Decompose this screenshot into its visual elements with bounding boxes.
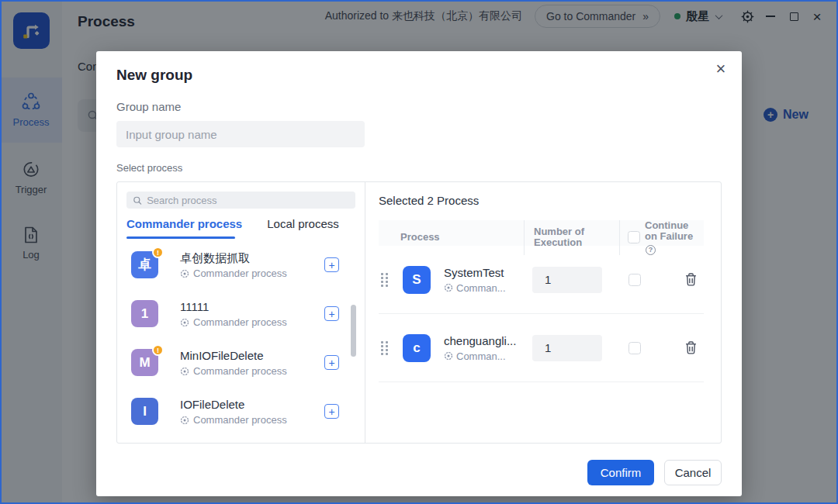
group-name-label: Group name: [116, 100, 722, 113]
process-info: SystemTest Comman...: [444, 266, 506, 294]
execution-count-input[interactable]: [532, 335, 602, 361]
delete-row-button[interactable]: [685, 273, 697, 286]
search-icon: [133, 195, 142, 205]
process-type-label: Commander process: [193, 365, 287, 377]
process-picker: Commander process Local process 卓 ! 卓创数据…: [116, 181, 722, 444]
process-name: chenguangli...: [444, 334, 516, 347]
table-header-row: Process Number of Execution Continue on …: [379, 220, 704, 246]
process-search-box[interactable]: [126, 192, 355, 209]
continue-on-failure-checkbox[interactable]: [628, 274, 641, 286]
commander-seal-icon: [444, 283, 453, 292]
add-process-button[interactable]: +: [324, 306, 339, 321]
process-name: 卓创数据抓取: [180, 250, 287, 265]
process-list-item: 卓 ! 卓创数据抓取 Commander process: [126, 240, 355, 289]
process-name: 11111: [180, 299, 287, 314]
process-info: 11111 Commander process: [180, 299, 287, 328]
table-row: S SystemTest Comman...: [379, 246, 704, 314]
process-avatar: 1: [131, 300, 158, 327]
commander-seal-icon: [180, 269, 189, 278]
help-icon[interactable]: ?: [646, 245, 656, 255]
tab-commander-process[interactable]: Commander process: [126, 217, 242, 230]
process-info: 卓创数据抓取 Commander process: [180, 250, 287, 279]
process-type-label: Commander process: [193, 414, 287, 426]
tab-local-process[interactable]: Local process: [267, 217, 339, 230]
process-list: 卓 ! 卓创数据抓取 Commander process: [126, 240, 355, 436]
selected-process-table: Process Number of Execution Continue on …: [379, 220, 704, 382]
process-list-item: I IOFileDelete Commander process: [126, 387, 355, 436]
process-avatar: M !: [131, 349, 158, 376]
process-info: IOFileDelete Commander process: [180, 397, 287, 426]
column-header-continue: Continue on Failure?: [619, 220, 704, 255]
process-info: MinIOFileDelete Commander process: [180, 348, 287, 377]
process-avatar: 卓 !: [131, 251, 158, 278]
continue-on-failure-label: Continue on Failure?: [645, 220, 701, 255]
process-list-item: M ! MinIOFileDelete Commander process: [126, 338, 355, 387]
modal-title: New group: [116, 67, 722, 84]
select-process-label: Select process: [116, 162, 722, 174]
process-name: MinIOFileDelete: [180, 348, 287, 363]
column-header-process: Process: [379, 220, 524, 255]
drag-handle-icon[interactable]: [381, 341, 388, 355]
process-avatar-initial: M: [139, 355, 150, 371]
scrollbar-thumb[interactable]: [351, 305, 356, 357]
active-tab-underline: [126, 236, 235, 239]
commander-seal-icon: [180, 416, 189, 425]
process-tabs: Commander process Local process: [126, 217, 355, 230]
warning-badge-icon: !: [152, 247, 164, 258]
close-icon: ×: [716, 59, 726, 79]
continue-all-checkbox[interactable]: [628, 231, 640, 243]
process-source-pane: Commander process Local process 卓 ! 卓创数据…: [117, 182, 365, 443]
process-name: SystemTest: [444, 266, 506, 279]
trash-icon: [685, 341, 697, 354]
process-name: IOFileDelete: [180, 397, 287, 412]
new-group-modal: × New group Group name Select process Co…: [96, 51, 742, 496]
trash-icon: [685, 273, 697, 286]
commander-seal-icon: [444, 351, 453, 361]
commander-seal-icon: [180, 367, 189, 376]
continue-on-failure-checkbox[interactable]: [628, 342, 641, 354]
continue-on-failure-text: Continue on Failure: [645, 219, 693, 242]
drag-handle-icon[interactable]: [381, 273, 388, 287]
process-avatar: I: [131, 398, 158, 425]
process-avatar-initial: 卓: [138, 256, 151, 274]
execution-count-input[interactable]: [532, 267, 602, 293]
modal-close-button[interactable]: ×: [709, 57, 732, 81]
add-process-button[interactable]: +: [324, 404, 339, 419]
warning-badge-icon: !: [152, 344, 164, 356]
process-type-label: Commander process: [193, 316, 287, 328]
process-list-item: 1 11111 Commander process: [126, 289, 355, 338]
cancel-button[interactable]: Cancel: [664, 460, 722, 485]
add-process-button[interactable]: +: [324, 257, 339, 272]
confirm-button[interactable]: Confirm: [587, 460, 654, 485]
table-row: c chenguangli... Comman...: [379, 314, 704, 382]
add-process-button[interactable]: +: [324, 355, 339, 370]
process-info: chenguangli... Comman...: [444, 334, 516, 362]
selected-process-pane: Selected 2 Process Process Number of Exe…: [365, 182, 721, 443]
group-name-input[interactable]: [116, 121, 365, 147]
commander-seal-icon: [180, 318, 189, 327]
process-avatar: S: [403, 266, 431, 294]
modal-footer: Confirm Cancel: [587, 460, 722, 485]
process-avatar-initial: 1: [141, 306, 148, 322]
process-search-input[interactable]: [147, 195, 349, 206]
process-type-label: Comman...: [456, 282, 506, 294]
column-header-executions: Number of Execution: [524, 220, 619, 255]
delete-row-button[interactable]: [685, 341, 697, 354]
selected-count-header: Selected 2 Process: [379, 194, 704, 207]
process-avatar: c: [403, 334, 431, 362]
process-avatar-initial: I: [143, 404, 147, 419]
process-type-label: Commander process: [193, 268, 287, 279]
process-type-label: Comman...: [456, 350, 506, 362]
